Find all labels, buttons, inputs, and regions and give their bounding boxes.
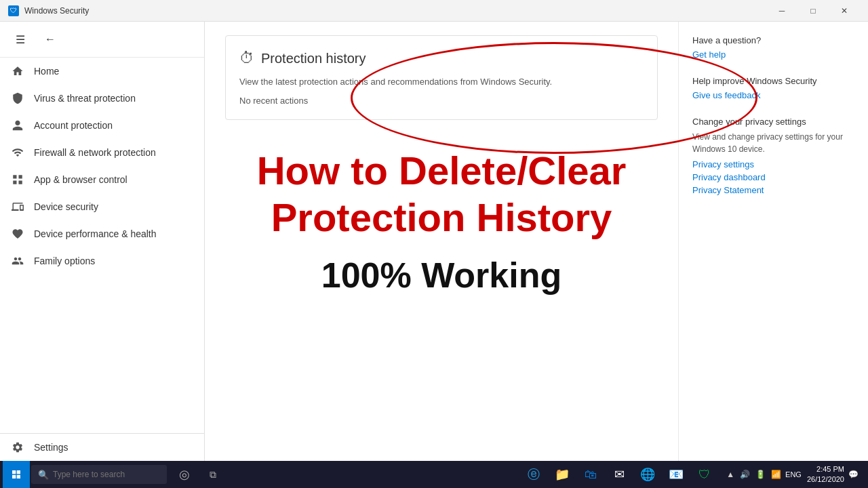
sidebar-item-family[interactable]: Family options xyxy=(0,247,204,274)
app-body: ☰ ← Home Virus & threat protection Accou… xyxy=(0,22,868,461)
content-inner: ⏱ Protection history View the latest pro… xyxy=(205,22,868,461)
speakers-icon: 🔊 xyxy=(738,468,751,481)
feedback-link[interactable]: Give us feedback xyxy=(692,90,854,100)
language-indicator: ENG xyxy=(785,470,802,479)
sidebar-label-app-browser: App & browser control xyxy=(34,174,127,185)
card-header: ⏱ Protection history xyxy=(239,49,644,67)
sidebar-item-settings[interactable]: Settings xyxy=(0,434,204,461)
improve-title: Help improve Windows Security xyxy=(692,76,854,86)
start-button[interactable] xyxy=(3,461,30,488)
history-icon: ⏱ xyxy=(239,49,254,67)
svg-rect-3 xyxy=(19,181,22,184)
outlook-app[interactable]: 📧 xyxy=(663,461,690,488)
maximize-button[interactable]: □ xyxy=(797,0,829,22)
taskbar-time-value: 2:45 PM xyxy=(807,464,844,474)
store-app[interactable]: 🛍 xyxy=(577,461,604,488)
sidebar-item-firewall[interactable]: Firewall & network protection xyxy=(0,139,204,166)
taskbar-pinned-apps: ⓔ 📁 🛍 ✉ 🌐 📧 🛡 xyxy=(520,461,718,488)
sidebar-item-device-security[interactable]: Device security xyxy=(0,193,204,220)
privacy-section: Change your privacy settings View and ch… xyxy=(692,117,854,195)
security-taskbar-icon: 🛡 xyxy=(698,468,711,482)
sidebar: ☰ ← Home Virus & threat protection Accou… xyxy=(0,22,205,461)
help-section: Have a question? Get help xyxy=(692,35,854,60)
privacy-statement-link[interactable]: Privacy Statement xyxy=(692,185,854,195)
privacy-desc: View and change privacy settings for you… xyxy=(692,131,854,155)
help-title: Have a question? xyxy=(692,35,854,45)
chrome-app[interactable]: 🌐 xyxy=(634,461,661,488)
wifi-icon xyxy=(11,146,24,159)
cortana-icon: ◎ xyxy=(179,467,190,482)
protection-history-title: Protection history xyxy=(261,51,366,66)
sidebar-label-device-security: Device security xyxy=(34,201,98,212)
outlook-icon: 📧 xyxy=(669,467,684,482)
sidebar-label-firewall: Firewall & network protection xyxy=(34,147,156,158)
sidebar-item-account[interactable]: Account protection xyxy=(0,112,204,139)
svg-rect-1 xyxy=(19,175,22,178)
title-bar-controls: ─ □ ✕ xyxy=(766,0,860,22)
taskbar-search-input[interactable] xyxy=(53,470,160,479)
task-view-button[interactable]: ⧉ xyxy=(199,461,226,488)
sidebar-label-family: Family options xyxy=(34,256,95,266)
svg-rect-2 xyxy=(13,181,16,184)
title-bar-title: Windows Security xyxy=(24,6,89,16)
sidebar-label-virus: Virus & threat protection xyxy=(34,93,136,104)
home-icon xyxy=(11,64,24,78)
taskbar: 🔍 ◎ ⧉ ⓔ 📁 🛍 ✉ 🌐 📧 🛡 ▲ xyxy=(0,461,868,488)
store-icon: 🛍 xyxy=(585,468,597,482)
overlay-title-line1: How to Delete/Clear Protection History xyxy=(225,147,658,241)
overlay-tutorial-text: How to Delete/Clear Protection History 1… xyxy=(225,134,658,309)
title-bar: 🛡 Windows Security ─ □ ✕ xyxy=(0,0,868,22)
taskbar-date-value: 26/12/2020 xyxy=(807,474,844,485)
privacy-dashboard-link[interactable]: Privacy dashboard xyxy=(692,172,854,182)
taskbar-search-icon: 🔍 xyxy=(38,470,49,480)
privacy-title: Change your privacy settings xyxy=(692,117,854,127)
taskbar-clock: 2:45 PM 26/12/2020 xyxy=(807,464,844,485)
sidebar-label-device-perf: Device performance & health xyxy=(34,228,157,239)
mail-icon: ✉ xyxy=(614,467,625,482)
sidebar-label-account: Account protection xyxy=(34,120,113,131)
sidebar-item-device-perf[interactable]: Device performance & health xyxy=(0,220,204,247)
gear-icon xyxy=(11,441,24,454)
minimize-button[interactable]: ─ xyxy=(766,0,797,22)
svg-rect-0 xyxy=(13,175,16,178)
mail-app[interactable]: ✉ xyxy=(606,461,633,488)
explorer-icon: 📁 xyxy=(555,467,570,482)
overlay-subtitle: 100% Working xyxy=(225,255,658,296)
edge-app[interactable]: ⓔ xyxy=(520,461,547,488)
cortana-button[interactable]: ◎ xyxy=(171,461,198,488)
protection-history-card: ⏱ Protection history View the latest pro… xyxy=(225,35,658,120)
network-icon: ▲ xyxy=(725,468,736,481)
notification-icon[interactable]: 💬 xyxy=(847,468,860,481)
sidebar-item-home[interactable]: Home xyxy=(0,58,204,85)
close-button[interactable]: ✕ xyxy=(829,0,860,22)
right-sidebar: Have a question? Get help Help improve W… xyxy=(678,22,868,461)
appbrowser-icon xyxy=(11,173,24,186)
chrome-icon: 🌐 xyxy=(640,467,655,482)
back-button[interactable]: ← xyxy=(38,27,62,52)
task-view-icon: ⧉ xyxy=(210,469,216,481)
system-tray: ▲ 🔊 🔋 📶 ENG 2:45 PM 26/12/2020 💬 xyxy=(719,464,865,485)
sidebar-top: ☰ ← xyxy=(0,22,204,58)
person-icon xyxy=(11,119,24,132)
main-content: ⏱ Protection history View the latest pro… xyxy=(205,22,868,461)
get-help-link[interactable]: Get help xyxy=(692,49,854,60)
sidebar-bottom: Settings xyxy=(0,433,204,461)
hamburger-button[interactable]: ☰ xyxy=(8,27,33,52)
explorer-app[interactable]: 📁 xyxy=(549,461,576,488)
heart-icon xyxy=(11,227,24,241)
security-app[interactable]: 🛡 xyxy=(691,461,718,488)
battery-icon: 🔋 xyxy=(754,468,767,481)
content-main: ⏱ Protection history View the latest pro… xyxy=(205,22,678,461)
improve-section: Help improve Windows Security Give us fe… xyxy=(692,76,854,100)
taskbar-search-box[interactable]: 🔍 xyxy=(31,465,167,484)
sidebar-item-virus[interactable]: Virus & threat protection xyxy=(0,85,204,112)
sidebar-item-app-browser[interactable]: App & browser control xyxy=(0,166,204,193)
sidebar-label-settings: Settings xyxy=(34,442,68,453)
protection-history-desc: View the latest protection actions and r… xyxy=(239,75,644,89)
no-actions-text: No recent actions xyxy=(239,96,644,106)
sidebar-label-home: Home xyxy=(34,66,59,77)
network-wifi-icon: 📶 xyxy=(770,468,783,481)
privacy-settings-link[interactable]: Privacy settings xyxy=(692,159,854,169)
device-security-icon xyxy=(11,200,24,214)
shield-icon xyxy=(11,92,24,105)
